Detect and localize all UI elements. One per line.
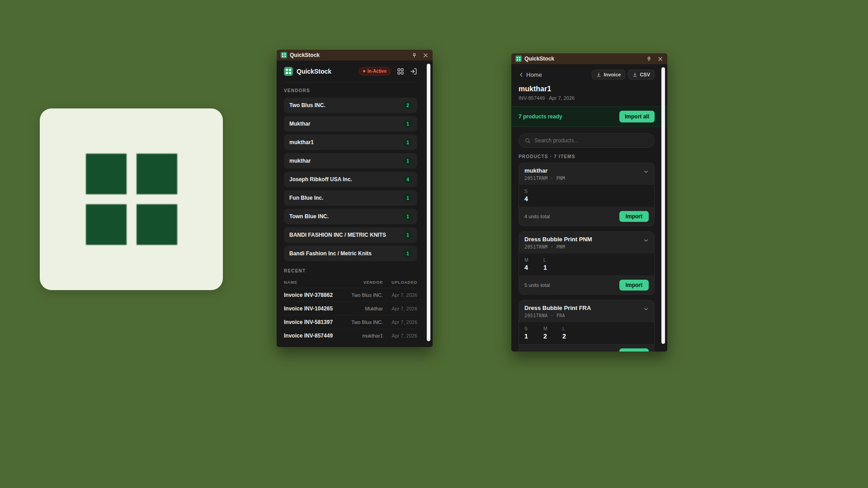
close-icon[interactable]: [423, 52, 429, 58]
vendor-name: Town Blue INC.: [289, 213, 329, 220]
back-home-label: Home: [526, 71, 542, 78]
vendor-row[interactable]: Joseph Ribkoff USA Inc. 4: [284, 172, 417, 187]
chevron-down-icon[interactable]: [643, 237, 649, 244]
vendor-row[interactable]: BANDI FASHION INC / METRIC KNITS 1: [284, 227, 417, 243]
vendor-row[interactable]: Town Blue INC. 1: [284, 209, 417, 224]
vendor-name: mukthar: [289, 158, 311, 164]
logo-square: [86, 154, 127, 194]
status-dot-icon: [363, 70, 365, 72]
units-total: 5 units total: [524, 282, 550, 288]
vendor-count-badge: 1: [404, 120, 412, 128]
import-button[interactable]: Import: [619, 280, 649, 291]
vendor-row[interactable]: Two Blus INC. 2: [284, 98, 417, 113]
back-home-button[interactable]: Home: [519, 71, 542, 78]
size-label: M: [543, 326, 550, 331]
close-icon[interactable]: [657, 56, 663, 62]
product-card-header[interactable]: mukthar 2051TRNM · PNM: [519, 163, 654, 185]
column-header-name: NAME: [284, 280, 341, 285]
invoice-name: Invoice INV-857449: [284, 333, 341, 339]
column-header-vendor: VENDOR: [341, 280, 383, 285]
main-popup-body: QuickStock In-Active VENDORS Two Blus IN…: [277, 61, 433, 347]
download-icon: [632, 72, 637, 77]
download-icon: [596, 72, 601, 77]
invoice-vendor: mukthar1: [341, 333, 383, 338]
size-label: L: [543, 258, 550, 263]
size-column: L 2: [562, 326, 569, 340]
import-button[interactable]: Import: [619, 211, 649, 222]
download-invoice-label: Invoice: [604, 72, 621, 77]
invoice-uploaded: Apr 7, 2026: [383, 333, 417, 338]
vendor-row[interactable]: mukthar1 1: [284, 135, 417, 150]
vendor-name: Two Blus INC.: [289, 102, 326, 108]
product-card: mukthar 2051TRNM · PNM S 4 4 units total…: [519, 163, 655, 226]
search-icon: [524, 137, 531, 144]
product-search: [519, 133, 655, 148]
product-name: Dress Bubble Print FRA: [524, 305, 641, 311]
sign-in-icon[interactable]: [410, 68, 417, 75]
status-badge: In-Active: [359, 67, 391, 75]
recent-invoice-row[interactable]: Invoice INV-378862 Two Blus INC. Apr 7, …: [284, 288, 417, 302]
import-all-button[interactable]: Import all: [619, 111, 655, 122]
units-total: 4 units total: [524, 214, 550, 219]
invoice-name: Invoice INV-581397: [284, 319, 341, 325]
column-header-uploaded: UPLOADED: [383, 280, 417, 285]
search-input[interactable]: [534, 137, 649, 144]
recent-invoice-row[interactable]: Invoice INV-857449 mukthar1 Apr 7, 2026: [284, 329, 417, 343]
invoice-vendor: Two Blus INC.: [341, 292, 383, 298]
download-invoice-button[interactable]: Invoice: [592, 70, 625, 80]
products-section-label: PRODUCTS · 7 ITEMS: [519, 154, 655, 159]
size-label: L: [562, 326, 569, 331]
download-csv-button[interactable]: CSV: [628, 70, 655, 80]
vendor-row[interactable]: Mukthar 1: [284, 116, 417, 131]
vendor-count-badge: 1: [404, 249, 412, 258]
products-ready-text: 7 products ready: [519, 113, 562, 120]
product-card-header[interactable]: Dress Bubble Print FRA 2051TRNA · FRA: [519, 300, 654, 322]
product-card-footer: 5 units total Import: [519, 276, 654, 294]
product-card-header[interactable]: Dress Bubble Print PNM 2051TRNM · PNM: [519, 232, 654, 253]
download-csv-label: CSV: [640, 72, 650, 77]
invoice-uploaded: Apr 7, 2026: [383, 306, 417, 311]
vendor-row[interactable]: Bandi Fashion Inc / Metric Knits 1: [284, 246, 417, 261]
recent-section-label: RECENT: [284, 268, 417, 273]
logo-square: [137, 204, 177, 245]
chevron-down-icon[interactable]: [643, 169, 649, 175]
vendor-count-badge: 1: [404, 194, 412, 202]
logo-square: [137, 154, 177, 194]
recent-invoice-row[interactable]: Invoice INV-104265 Mukthar Apr 7, 2026: [284, 302, 417, 315]
chevron-left-icon: [519, 72, 524, 78]
grid-view-icon[interactable]: [397, 68, 404, 75]
invoice-vendor-title: mukthar1: [519, 85, 655, 93]
app-name: QuickStock: [297, 68, 331, 75]
size-label: S: [524, 189, 531, 194]
product-code: 2051TRNM · PNM: [524, 176, 641, 181]
pin-icon[interactable]: [411, 52, 417, 58]
scrollbar: [661, 66, 665, 349]
app-logo-icon: [284, 67, 293, 76]
recent-table-header: NAME VENDOR UPLOADED: [284, 278, 417, 288]
vendor-row[interactable]: Fun Blue Inc. 1: [284, 190, 417, 206]
recent-invoice-row[interactable]: Invoice INV-581397 Two Blus INC. Apr 7, …: [284, 315, 417, 329]
app-logo-icon: [515, 56, 522, 62]
quickstock-main-window: QuickStock QuickStock In-Active: [277, 50, 433, 347]
invoice-vendor: Mukthar: [341, 306, 383, 311]
vendor-count-badge: 1: [404, 157, 412, 165]
status-badge-label: In-Active: [368, 69, 387, 74]
vendor-row[interactable]: mukthar 1: [284, 153, 417, 169]
import-button[interactable]: Import: [619, 348, 649, 352]
product-sizes: M 4 L 1: [519, 253, 654, 276]
product-card-footer: 5 units total Import: [519, 344, 654, 352]
vendor-name: Joseph Ribkoff USA Inc.: [289, 176, 352, 183]
size-quantity: 4: [524, 195, 531, 202]
vendors-section-label: VENDORS: [284, 88, 417, 93]
detail-nav: Home Invoice CSV: [519, 64, 655, 84]
pin-icon[interactable]: [646, 56, 652, 62]
size-column: S 1: [524, 326, 531, 340]
app-header: QuickStock In-Active: [284, 61, 417, 82]
chevron-down-icon[interactable]: [643, 306, 649, 312]
product-code: 2051TRNM · PNM: [524, 244, 641, 249]
scrollbar-thumb[interactable]: [661, 67, 665, 344]
scrollbar-thumb[interactable]: [427, 64, 430, 341]
window-title: QuickStock: [524, 56, 554, 62]
app-logo-icon: [281, 52, 287, 58]
product-name: Dress Bubble Print PNM: [524, 236, 641, 243]
